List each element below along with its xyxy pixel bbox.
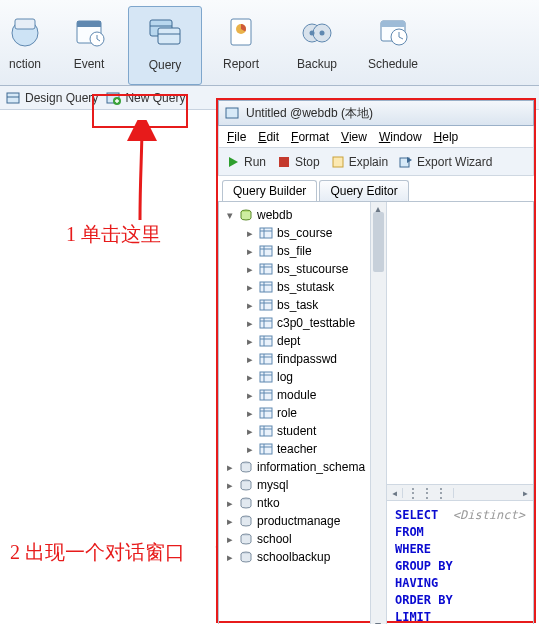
tree-table-item[interactable]: ▸student <box>221 422 384 440</box>
table-icon <box>258 352 274 366</box>
tree-table-item[interactable]: ▸teacher <box>221 440 384 458</box>
tree-db-item[interactable]: ▸mysql <box>221 476 384 494</box>
expand-icon[interactable]: ▸ <box>225 497 235 510</box>
tree-vertical-scrollbar[interactable]: ▴ ▾ <box>370 202 386 624</box>
expand-icon[interactable]: ▸ <box>225 533 235 546</box>
sql-groupby[interactable]: GROUP BY <box>395 558 525 575</box>
scroll-right-icon[interactable]: ▸ <box>522 486 529 500</box>
svg-rect-57 <box>260 408 272 418</box>
expand-icon[interactable]: ▸ <box>225 461 235 474</box>
expand-icon[interactable]: ▸ <box>245 245 255 258</box>
expand-icon[interactable]: ▸ <box>245 353 255 366</box>
tree-db-item[interactable]: ▸school <box>221 530 384 548</box>
menu-view[interactable]: View <box>341 130 367 144</box>
sql-distinct[interactable]: <Distinct> <box>453 508 525 522</box>
collapse-icon[interactable]: ▾ <box>225 209 235 222</box>
diagram-canvas[interactable]: ◂ ⋮⋮⋮ ▸ <box>387 202 533 501</box>
tree-table-item[interactable]: ▸bs_file <box>221 242 384 260</box>
expand-icon[interactable]: ▸ <box>245 299 255 312</box>
menu-format[interactable]: Format <box>291 130 329 144</box>
expand-icon[interactable]: ▸ <box>245 371 255 384</box>
sql-limit[interactable]: LIMIT <box>395 609 525 624</box>
sql-having[interactable]: HAVING <box>395 575 525 592</box>
tree-table-label: module <box>277 388 316 402</box>
tree-table-item[interactable]: ▸role <box>221 404 384 422</box>
tab-query-editor[interactable]: Query Editor <box>319 180 408 201</box>
svg-rect-24 <box>333 157 343 167</box>
menu-help[interactable]: Help <box>434 130 459 144</box>
tree-table-label: bs_stucourse <box>277 262 348 276</box>
tree-table-item[interactable]: ▸log <box>221 368 384 386</box>
tree-db-item[interactable]: ▸ntko <box>221 494 384 512</box>
tree-table-item[interactable]: ▸bs_stucourse <box>221 260 384 278</box>
tree-table-label: dept <box>277 334 300 348</box>
tree-table-item[interactable]: ▸bs_stutask <box>221 278 384 296</box>
scroll-left-icon[interactable]: ◂ <box>391 486 398 500</box>
tree-table-item[interactable]: ▸bs_course <box>221 224 384 242</box>
sql-orderby[interactable]: ORDER BY <box>395 592 525 609</box>
expand-icon[interactable]: ▸ <box>245 407 255 420</box>
schedule-icon <box>372 10 414 52</box>
stop-button[interactable]: Stop <box>276 154 320 170</box>
expand-icon[interactable]: ▸ <box>245 317 255 330</box>
export-wizard-button[interactable]: Export Wizard <box>398 154 492 170</box>
expand-icon[interactable]: ▸ <box>245 227 255 240</box>
backup-icon <box>296 10 338 52</box>
sql-clause-list[interactable]: SELECT <Distinct> FROM WHERE GROUP BY HA… <box>387 501 533 624</box>
menu-window[interactable]: Window <box>379 130 422 144</box>
scroll-thumb[interactable] <box>373 212 384 272</box>
tree-db-label: mysql <box>257 478 288 492</box>
run-button[interactable]: Run <box>225 154 266 170</box>
query-window-titlebar[interactable]: Untitled @webdb (本地) <box>218 100 534 126</box>
diagram-horizontal-scrollbar[interactable]: ◂ ⋮⋮⋮ ▸ <box>387 484 533 500</box>
expand-icon[interactable]: ▸ <box>245 443 255 456</box>
window-icon <box>225 105 241 121</box>
explain-button[interactable]: Explain <box>330 154 388 170</box>
tree-db-item[interactable]: ▸information_schema <box>221 458 384 476</box>
ribbon-item-function[interactable]: nction <box>0 6 50 85</box>
table-icon <box>258 316 274 330</box>
expand-icon[interactable]: ▸ <box>245 281 255 294</box>
database-icon <box>238 496 254 510</box>
expand-icon[interactable]: ▸ <box>245 389 255 402</box>
expand-icon[interactable]: ▸ <box>245 425 255 438</box>
menu-file[interactable]: File <box>227 130 246 144</box>
sql-select[interactable]: SELECT <box>395 508 438 522</box>
ribbon-label: Schedule <box>356 57 430 71</box>
new-query-button[interactable]: New Query <box>106 90 185 106</box>
expand-icon[interactable]: ▸ <box>225 551 235 564</box>
menu-edit[interactable]: Edit <box>258 130 279 144</box>
ribbon-item-schedule[interactable]: Schedule <box>356 6 430 85</box>
tree-table-item[interactable]: ▸dept <box>221 332 384 350</box>
tree-db-webdb[interactable]: ▾ webdb <box>221 206 384 224</box>
svg-point-14 <box>320 31 325 36</box>
expand-icon[interactable]: ▸ <box>245 263 255 276</box>
ribbon-item-event[interactable]: Event <box>52 6 126 85</box>
sql-from[interactable]: FROM <box>395 524 525 541</box>
ribbon-item-query[interactable]: Query <box>128 6 202 85</box>
tree-table-item[interactable]: ▸c3p0_testtable <box>221 314 384 332</box>
tree-db-item[interactable]: ▸schoolbackup <box>221 548 384 566</box>
tab-query-builder[interactable]: Query Builder <box>222 180 317 201</box>
run-label: Run <box>244 155 266 169</box>
tree-table-item[interactable]: ▸findpasswd <box>221 350 384 368</box>
tree-db-item[interactable]: ▸productmanage <box>221 512 384 530</box>
expand-icon[interactable]: ▸ <box>245 335 255 348</box>
tree-table-item[interactable]: ▸bs_task <box>221 296 384 314</box>
query-window-menubar: File Edit Format View Window Help <box>218 126 534 148</box>
database-icon <box>238 550 254 564</box>
ribbon-label: Report <box>204 57 278 71</box>
schema-tree-panel: ▾ webdb ▸bs_course▸bs_file▸bs_stucourse▸… <box>219 202 387 624</box>
scroll-down-icon[interactable]: ▾ <box>371 618 386 624</box>
expand-icon[interactable]: ▸ <box>225 515 235 528</box>
query-window: Untitled @webdb (本地) File Edit Format Vi… <box>218 100 534 620</box>
sql-where[interactable]: WHERE <box>395 541 525 558</box>
ribbon-item-backup[interactable]: Backup <box>280 6 354 85</box>
schema-tree[interactable]: ▾ webdb ▸bs_course▸bs_file▸bs_stucourse▸… <box>219 202 386 570</box>
run-icon <box>225 154 241 170</box>
design-query-button[interactable]: Design Query <box>6 90 98 106</box>
main-ribbon: nction Event Query Report Backup Schedul… <box>0 0 539 86</box>
expand-icon[interactable]: ▸ <box>225 479 235 492</box>
tree-table-item[interactable]: ▸module <box>221 386 384 404</box>
ribbon-item-report[interactable]: Report <box>204 6 278 85</box>
